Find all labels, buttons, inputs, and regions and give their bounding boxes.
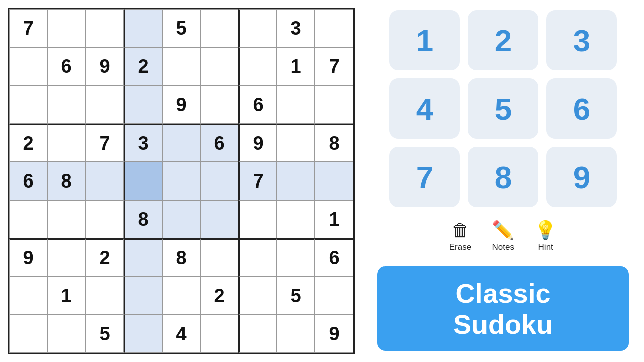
cell[interactable] bbox=[47, 85, 86, 124]
cell[interactable]: 8 bbox=[47, 162, 86, 200]
cell[interactable] bbox=[200, 9, 238, 47]
cell[interactable] bbox=[315, 85, 353, 124]
cell[interactable] bbox=[238, 315, 277, 353]
cell[interactable]: 7 bbox=[315, 47, 353, 85]
cell[interactable]: 5 bbox=[162, 9, 200, 47]
cell[interactable] bbox=[277, 162, 315, 200]
cell[interactable] bbox=[200, 47, 238, 85]
cell[interactable]: 2 bbox=[9, 124, 47, 162]
cell[interactable]: 6 bbox=[315, 238, 353, 277]
cell[interactable]: 2 bbox=[124, 47, 162, 85]
cell[interactable] bbox=[238, 9, 277, 47]
brand-line2: Sudoku bbox=[453, 309, 553, 339]
cell[interactable] bbox=[277, 200, 315, 238]
brand-text: Classic Sudoku bbox=[453, 278, 553, 340]
cell[interactable] bbox=[9, 315, 47, 353]
cell[interactable] bbox=[47, 200, 86, 238]
cell[interactable] bbox=[238, 238, 277, 277]
cell[interactable]: 2 bbox=[86, 238, 124, 277]
cell[interactable] bbox=[277, 85, 315, 124]
cell[interactable] bbox=[9, 200, 47, 238]
cell[interactable] bbox=[200, 200, 238, 238]
cell[interactable] bbox=[124, 9, 162, 47]
cell[interactable] bbox=[9, 47, 47, 85]
cell[interactable]: 9 bbox=[9, 238, 47, 277]
cell[interactable] bbox=[315, 162, 353, 200]
cell[interactable]: 4 bbox=[162, 315, 200, 353]
num-btn-8[interactable]: 8 bbox=[468, 147, 538, 207]
cell[interactable]: 3 bbox=[124, 124, 162, 162]
num-btn-5[interactable]: 5 bbox=[468, 78, 538, 139]
cell[interactable]: 7 bbox=[9, 9, 47, 47]
cell[interactable] bbox=[124, 238, 162, 277]
hint-button[interactable]: 💡 Hint bbox=[534, 221, 557, 252]
hint-icon: 💡 bbox=[534, 221, 557, 239]
num-btn-4[interactable]: 4 bbox=[389, 78, 460, 139]
cell[interactable] bbox=[200, 85, 238, 124]
num-btn-7[interactable]: 7 bbox=[389, 147, 460, 207]
cell[interactable] bbox=[315, 9, 353, 47]
cell[interactable]: 9 bbox=[315, 315, 353, 353]
cell[interactable] bbox=[47, 124, 86, 162]
cell[interactable]: 2 bbox=[200, 277, 238, 315]
controls-section: 123456789 🗑 Erase ✏️ Notes 💡 Hint Classi… bbox=[362, 0, 644, 362]
cell[interactable]: 7 bbox=[86, 124, 124, 162]
cell[interactable] bbox=[162, 124, 200, 162]
cell[interactable]: 9 bbox=[162, 85, 200, 124]
cell[interactable] bbox=[162, 200, 200, 238]
cell[interactable] bbox=[238, 200, 277, 238]
cell[interactable] bbox=[200, 315, 238, 353]
cell[interactable] bbox=[315, 277, 353, 315]
num-btn-6[interactable]: 6 bbox=[546, 78, 617, 139]
cell[interactable] bbox=[86, 200, 124, 238]
cell[interactable] bbox=[277, 124, 315, 162]
cell[interactable] bbox=[124, 315, 162, 353]
cell[interactable] bbox=[238, 277, 277, 315]
cell[interactable] bbox=[124, 277, 162, 315]
num-btn-2[interactable]: 2 bbox=[468, 10, 538, 70]
cell[interactable]: 8 bbox=[124, 200, 162, 238]
num-btn-1[interactable]: 1 bbox=[389, 10, 460, 70]
cell[interactable] bbox=[86, 85, 124, 124]
num-btn-3[interactable]: 3 bbox=[546, 10, 617, 70]
cell[interactable] bbox=[200, 162, 238, 200]
erase-button[interactable]: 🗑 Erase bbox=[449, 221, 471, 252]
cell[interactable]: 7 bbox=[238, 162, 277, 200]
cell[interactable]: 1 bbox=[315, 200, 353, 238]
cell[interactable] bbox=[86, 162, 124, 200]
cell[interactable] bbox=[9, 85, 47, 124]
cell[interactable] bbox=[124, 85, 162, 124]
cell[interactable] bbox=[162, 162, 200, 200]
cell[interactable] bbox=[277, 315, 315, 353]
cell[interactable]: 1 bbox=[277, 47, 315, 85]
cell[interactable]: 9 bbox=[86, 47, 124, 85]
cell[interactable] bbox=[86, 277, 124, 315]
cell[interactable]: 6 bbox=[238, 85, 277, 124]
cell[interactable] bbox=[162, 277, 200, 315]
cell[interactable]: 6 bbox=[9, 162, 47, 200]
notes-button[interactable]: ✏️ Notes bbox=[492, 221, 514, 252]
cell[interactable]: 5 bbox=[86, 315, 124, 353]
cell[interactable] bbox=[162, 47, 200, 85]
sudoku-grid[interactable]: 7536921796273698687819286125549 bbox=[8, 8, 355, 354]
cell[interactable]: 6 bbox=[47, 47, 86, 85]
notes-label: Notes bbox=[492, 242, 514, 252]
cell[interactable] bbox=[124, 162, 162, 200]
cell[interactable] bbox=[9, 277, 47, 315]
cell[interactable]: 8 bbox=[315, 124, 353, 162]
cell[interactable] bbox=[47, 315, 86, 353]
notes-icon: ✏️ bbox=[492, 221, 514, 239]
cell[interactable]: 6 bbox=[200, 124, 238, 162]
cell[interactable]: 8 bbox=[162, 238, 200, 277]
cell[interactable] bbox=[277, 238, 315, 277]
num-btn-9[interactable]: 9 bbox=[546, 147, 617, 207]
cell[interactable]: 1 bbox=[47, 277, 86, 315]
cell[interactable] bbox=[86, 9, 124, 47]
cell[interactable]: 3 bbox=[277, 9, 315, 47]
cell[interactable]: 9 bbox=[238, 124, 277, 162]
cell[interactable] bbox=[200, 238, 238, 277]
cell[interactable] bbox=[47, 9, 86, 47]
cell[interactable] bbox=[47, 238, 86, 277]
cell[interactable] bbox=[238, 47, 277, 85]
cell[interactable]: 5 bbox=[277, 277, 315, 315]
